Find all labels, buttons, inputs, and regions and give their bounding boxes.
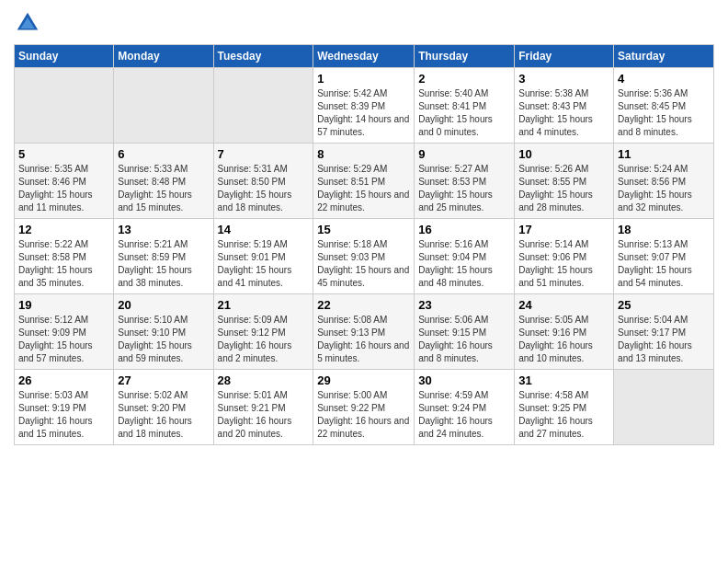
day-number: 2 — [418, 72, 510, 86]
day-cell: 31Sunrise: 4:58 AMSunset: 9:25 PMDayligh… — [515, 370, 614, 445]
day-info: Sunrise: 5:08 AMSunset: 9:13 PMDaylight:… — [317, 315, 409, 363]
day-info: Sunrise: 5:06 AMSunset: 9:15 PMDaylight:… — [418, 315, 493, 363]
day-number: 25 — [618, 298, 710, 312]
day-cell: 24Sunrise: 5:05 AMSunset: 9:16 PMDayligh… — [515, 294, 614, 370]
day-number: 11 — [618, 147, 710, 161]
week-row-4: 19Sunrise: 5:12 AMSunset: 9:09 PMDayligh… — [15, 294, 714, 370]
day-header-wednesday: Wednesday — [313, 45, 415, 68]
calendar-table: SundayMondayTuesdayWednesdayThursdayFrid… — [14, 44, 714, 445]
day-number: 19 — [18, 298, 109, 312]
day-number: 26 — [18, 373, 109, 387]
day-cell: 6Sunrise: 5:33 AMSunset: 8:48 PMDaylight… — [114, 144, 213, 219]
day-info: Sunrise: 5:40 AMSunset: 8:41 PMDaylight:… — [418, 88, 493, 137]
day-cell: 22Sunrise: 5:08 AMSunset: 9:13 PMDayligh… — [313, 294, 415, 370]
day-info: Sunrise: 5:21 AMSunset: 8:59 PMDaylight:… — [118, 239, 192, 288]
day-cell — [15, 68, 114, 144]
day-number: 13 — [118, 223, 209, 236]
day-cell: 16Sunrise: 5:16 AMSunset: 9:04 PMDayligh… — [415, 219, 515, 294]
day-info: Sunrise: 5:27 AMSunset: 8:53 PMDaylight:… — [418, 164, 493, 213]
day-cell: 14Sunrise: 5:19 AMSunset: 9:01 PMDayligh… — [213, 219, 313, 294]
day-info: Sunrise: 5:18 AMSunset: 9:03 PMDaylight:… — [317, 239, 409, 288]
day-cell — [114, 68, 213, 144]
day-number: 8 — [317, 147, 410, 161]
day-cell: 4Sunrise: 5:36 AMSunset: 8:45 PMDaylight… — [614, 68, 714, 144]
day-header-friday: Friday — [515, 45, 614, 68]
day-info: Sunrise: 5:14 AMSunset: 9:06 PMDaylight:… — [518, 239, 593, 288]
week-row-5: 26Sunrise: 5:03 AMSunset: 9:19 PMDayligh… — [15, 370, 714, 445]
day-info: Sunrise: 5:00 AMSunset: 9:22 PMDaylight:… — [317, 390, 409, 439]
day-number: 18 — [618, 223, 710, 236]
day-cell: 20Sunrise: 5:10 AMSunset: 9:10 PMDayligh… — [114, 294, 213, 370]
day-info: Sunrise: 5:01 AMSunset: 9:21 PMDaylight:… — [218, 390, 292, 439]
day-cell: 29Sunrise: 5:00 AMSunset: 9:22 PMDayligh… — [313, 370, 415, 445]
day-cell: 1Sunrise: 5:42 AMSunset: 8:39 PMDaylight… — [313, 68, 415, 144]
day-info: Sunrise: 5:38 AMSunset: 8:43 PMDaylight:… — [518, 88, 593, 137]
day-cell: 18Sunrise: 5:13 AMSunset: 9:07 PMDayligh… — [614, 219, 714, 294]
day-cell: 28Sunrise: 5:01 AMSunset: 9:21 PMDayligh… — [213, 370, 313, 445]
day-number: 24 — [518, 298, 609, 312]
day-header-tuesday: Tuesday — [213, 45, 313, 68]
day-info: Sunrise: 4:59 AMSunset: 9:24 PMDaylight:… — [418, 390, 493, 439]
day-number: 30 — [418, 373, 510, 387]
week-row-2: 5Sunrise: 5:35 AMSunset: 8:46 PMDaylight… — [15, 144, 714, 219]
day-number: 12 — [18, 223, 109, 236]
day-cell: 8Sunrise: 5:29 AMSunset: 8:51 PMDaylight… — [313, 144, 415, 219]
day-header-sunday: Sunday — [15, 45, 114, 68]
day-number: 17 — [518, 223, 609, 236]
day-info: Sunrise: 5:19 AMSunset: 9:01 PMDaylight:… — [218, 239, 292, 288]
day-info: Sunrise: 5:16 AMSunset: 9:04 PMDaylight:… — [418, 239, 493, 288]
day-cell: 19Sunrise: 5:12 AMSunset: 9:09 PMDayligh… — [15, 294, 114, 370]
day-info: Sunrise: 5:35 AMSunset: 8:46 PMDaylight:… — [18, 164, 93, 213]
day-info: Sunrise: 5:29 AMSunset: 8:51 PMDaylight:… — [317, 164, 409, 213]
day-number: 1 — [317, 72, 410, 86]
day-number: 23 — [418, 298, 510, 312]
header — [14, 9, 714, 37]
day-number: 22 — [317, 298, 410, 312]
day-number: 5 — [18, 147, 109, 161]
day-number: 7 — [218, 147, 310, 161]
calendar-page: SundayMondayTuesdayWednesdayThursdayFrid… — [0, 0, 728, 454]
day-cell — [213, 68, 313, 144]
day-info: Sunrise: 5:02 AMSunset: 9:20 PMDaylight:… — [118, 390, 192, 439]
day-info: Sunrise: 5:10 AMSunset: 9:10 PMDaylight:… — [118, 315, 192, 363]
day-number: 3 — [518, 72, 609, 86]
day-number: 16 — [418, 223, 510, 236]
day-cell: 7Sunrise: 5:31 AMSunset: 8:50 PMDaylight… — [213, 144, 313, 219]
day-info: Sunrise: 5:03 AMSunset: 9:19 PMDaylight:… — [18, 390, 93, 439]
day-cell: 13Sunrise: 5:21 AMSunset: 8:59 PMDayligh… — [114, 219, 213, 294]
day-cell: 25Sunrise: 5:04 AMSunset: 9:17 PMDayligh… — [614, 294, 714, 370]
day-info: Sunrise: 5:04 AMSunset: 9:17 PMDaylight:… — [618, 315, 692, 363]
day-info: Sunrise: 4:58 AMSunset: 9:25 PMDaylight:… — [518, 390, 593, 439]
day-info: Sunrise: 5:24 AMSunset: 8:56 PMDaylight:… — [618, 164, 692, 213]
day-number: 14 — [218, 223, 310, 236]
day-cell: 17Sunrise: 5:14 AMSunset: 9:06 PMDayligh… — [515, 219, 614, 294]
week-row-3: 12Sunrise: 5:22 AMSunset: 8:58 PMDayligh… — [15, 219, 714, 294]
day-number: 31 — [518, 373, 609, 387]
day-number: 15 — [317, 223, 410, 236]
week-row-1: 1Sunrise: 5:42 AMSunset: 8:39 PMDaylight… — [15, 68, 714, 144]
day-info: Sunrise: 5:33 AMSunset: 8:48 PMDaylight:… — [118, 164, 192, 213]
day-info: Sunrise: 5:12 AMSunset: 9:09 PMDaylight:… — [18, 315, 93, 363]
day-info: Sunrise: 5:09 AMSunset: 9:12 PMDaylight:… — [218, 315, 292, 363]
day-cell: 15Sunrise: 5:18 AMSunset: 9:03 PMDayligh… — [313, 219, 415, 294]
day-number: 10 — [518, 147, 609, 161]
day-cell: 23Sunrise: 5:06 AMSunset: 9:15 PMDayligh… — [415, 294, 515, 370]
day-cell: 11Sunrise: 5:24 AMSunset: 8:56 PMDayligh… — [614, 144, 714, 219]
header-row: SundayMondayTuesdayWednesdayThursdayFrid… — [15, 45, 714, 68]
day-info: Sunrise: 5:36 AMSunset: 8:45 PMDaylight:… — [618, 88, 692, 137]
day-info: Sunrise: 5:26 AMSunset: 8:55 PMDaylight:… — [518, 164, 593, 213]
day-cell: 21Sunrise: 5:09 AMSunset: 9:12 PMDayligh… — [213, 294, 313, 370]
day-number: 4 — [618, 72, 710, 86]
logo-icon — [14, 9, 41, 37]
day-header-saturday: Saturday — [614, 45, 714, 68]
day-number: 9 — [418, 147, 510, 161]
day-number: 21 — [218, 298, 310, 312]
day-number: 27 — [118, 373, 209, 387]
day-number: 6 — [118, 147, 209, 161]
day-cell: 2Sunrise: 5:40 AMSunset: 8:41 PMDaylight… — [415, 68, 515, 144]
day-cell: 3Sunrise: 5:38 AMSunset: 8:43 PMDaylight… — [515, 68, 614, 144]
day-cell: 26Sunrise: 5:03 AMSunset: 9:19 PMDayligh… — [15, 370, 114, 445]
day-info: Sunrise: 5:31 AMSunset: 8:50 PMDaylight:… — [218, 164, 292, 213]
day-cell: 10Sunrise: 5:26 AMSunset: 8:55 PMDayligh… — [515, 144, 614, 219]
day-header-thursday: Thursday — [415, 45, 515, 68]
